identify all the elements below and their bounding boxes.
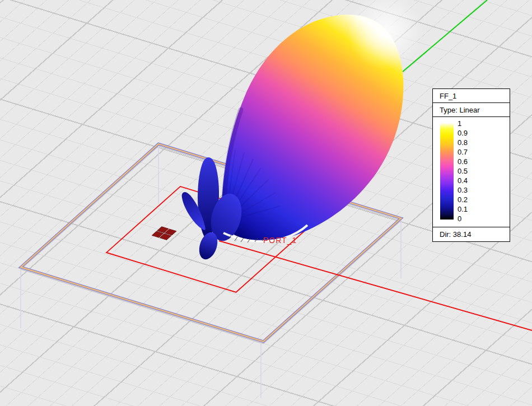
colorbar-tick-label: 0.2 — [458, 196, 468, 203]
colorbar-tick-label: 0.3 — [458, 186, 468, 194]
patch-antenna[interactable] — [152, 227, 176, 240]
colorbar-tick-label: 0 — [458, 215, 468, 222]
legend-title-row: FF_1 — [433, 89, 510, 103]
colorbar-tick-label: 0.7 — [458, 148, 468, 156]
legend-dir-label: Dir: 38.14 — [440, 230, 471, 239]
legend-type-label: Type: Linear — [440, 106, 480, 114]
port-label: PORT_1 — [263, 236, 297, 245]
colorbar-tick-label: 0.5 — [458, 167, 468, 175]
colorbar-tick-labels: 10.90.80.70.60.50.40.30.20.10 — [458, 120, 468, 222]
colorbar-tick-label: 0.4 — [458, 177, 468, 184]
viewport-3d[interactable]: PORT_1 FF_1 Type: Linear 10.90.80.70.60.… — [0, 0, 532, 406]
colorbar-tick-label: 0.8 — [458, 139, 468, 146]
x-axis-line — [219, 241, 532, 330]
colorbar-tick-label: 0.6 — [458, 158, 468, 165]
legend-dir-row: Dir: 38.14 — [433, 227, 510, 241]
legend-title: FF_1 — [440, 92, 456, 100]
colorbar-tick-label: 0.9 — [458, 129, 468, 137]
colorbar-area: 10.90.80.70.60.50.40.30.20.10 — [433, 117, 510, 227]
colorbar-tick-label: 0.1 — [458, 206, 468, 213]
colorbar — [440, 123, 454, 220]
legend-type-row: Type: Linear — [433, 103, 510, 117]
farfield-pattern[interactable] — [182, 0, 423, 262]
colorbar-tick-label: 1 — [458, 120, 468, 127]
farfield-legend: FF_1 Type: Linear 10.90.80.70.60.50.40.3… — [432, 88, 510, 242]
